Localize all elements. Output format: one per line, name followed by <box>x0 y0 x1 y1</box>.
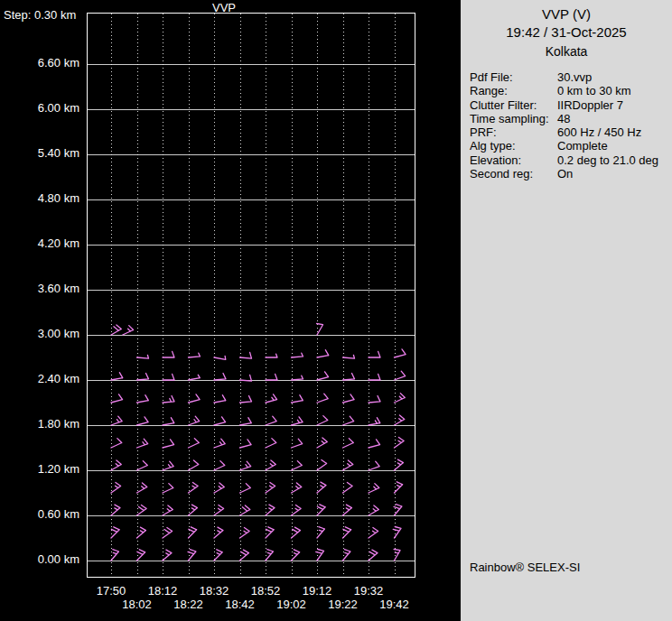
wind-barb <box>137 550 145 561</box>
time-tick-label: 19:32 <box>354 585 384 598</box>
wind-barb <box>240 461 251 470</box>
wind-barb <box>266 394 277 403</box>
field-value: IIRDoppler 7 <box>557 98 668 112</box>
wind-barb <box>137 527 146 538</box>
field-value: Complete <box>557 139 668 153</box>
product-title: VVP (V) <box>461 6 672 22</box>
product-fields: Pdf File:30.vvpRange:0 km to 30 kmClutte… <box>470 70 668 181</box>
wind-barb <box>317 324 323 336</box>
wind-barb <box>214 356 226 359</box>
wind-barb <box>369 505 378 515</box>
site-name: Kolkata <box>461 44 672 59</box>
wind-barb <box>369 461 379 470</box>
field-row: Clutter Filter:IIRDoppler 7 <box>470 98 668 112</box>
wind-barb <box>343 505 352 515</box>
field-row: Range:0 km to 30 km <box>470 84 668 97</box>
info-panel: VVP (V) 19:42 / 31-Oct-2025 Kolkata Pdf … <box>461 0 672 621</box>
wind-barb <box>163 440 174 448</box>
time-tick-label: 18:52 <box>251 585 281 598</box>
time-tick-label: 19:42 <box>379 598 409 611</box>
wind-barb <box>137 417 149 425</box>
wind-barb <box>292 395 303 403</box>
altitude-tick-label: 5.40 km <box>0 147 79 160</box>
field-label: PRF: <box>470 125 557 139</box>
wind-barb <box>395 349 406 357</box>
wind-barb <box>111 460 121 470</box>
wind-barb <box>292 550 300 561</box>
wind-barb <box>317 482 326 493</box>
wind-barb <box>189 439 200 448</box>
field-label: Elevation: <box>470 153 557 167</box>
wind-barb-chart <box>0 0 461 621</box>
plot-title: VVP <box>212 2 236 14</box>
wind-barb <box>214 550 222 561</box>
wind-barb <box>123 326 134 335</box>
field-row: Alg type:Complete <box>470 139 668 153</box>
field-value: 48 <box>557 112 668 125</box>
wind-barb <box>111 439 122 448</box>
altitude-tick-label: 6.00 km <box>0 102 79 115</box>
wind-barb <box>137 461 148 470</box>
wind-barb <box>163 484 173 493</box>
altitude-tick-label: 0.00 km <box>0 553 79 566</box>
wind-barb <box>189 460 199 470</box>
field-row: PRF:600 Hz / 450 Hz <box>470 125 668 139</box>
wind-barb <box>163 505 173 515</box>
wind-barb <box>317 394 328 403</box>
wind-barb <box>395 394 406 403</box>
wind-barb <box>266 354 277 357</box>
wind-barb <box>266 483 275 494</box>
vvp-product-window: VVP Step: 0.30 km 6.60 km6.00 km5.40 km4… <box>0 0 672 621</box>
wind-barb <box>343 460 353 470</box>
wind-barb <box>137 439 148 448</box>
step-label: Step: 0.30 km <box>4 9 76 22</box>
wind-barb <box>240 528 250 539</box>
wind-barb <box>292 461 303 470</box>
wind-barb <box>343 483 353 494</box>
altitude-tick-label: 1.20 km <box>0 463 79 476</box>
wind-barb <box>343 439 354 448</box>
field-row: Time sampling:48 <box>470 112 668 125</box>
wind-barb <box>343 374 355 381</box>
product-datetime: 19:42 / 31-Oct-2025 <box>461 24 672 40</box>
field-value: 30.vvp <box>557 70 668 84</box>
altitude-tick-label: 0.60 km <box>0 508 79 521</box>
wind-barb <box>214 527 223 538</box>
time-tick-label: 18:32 <box>200 585 229 598</box>
wind-barb <box>240 352 252 358</box>
wind-barb <box>111 505 120 515</box>
altitude-tick-label: 6.60 km <box>0 57 79 70</box>
wind-barb <box>343 527 351 538</box>
wind-barb <box>266 374 277 380</box>
wind-barb <box>214 417 226 425</box>
wind-barb <box>163 418 174 425</box>
wind-barb <box>317 372 329 380</box>
wind-barb <box>111 550 118 561</box>
wind-barb <box>240 505 250 515</box>
wind-barb <box>111 325 121 335</box>
wind-barb <box>266 439 276 448</box>
wind-barb <box>343 550 350 561</box>
wind-barb <box>393 527 401 539</box>
wind-barb <box>111 483 121 494</box>
wind-barb <box>240 418 252 425</box>
wind-barb <box>189 505 198 515</box>
wind-barb <box>369 374 380 380</box>
field-value: 0.2 deg to 21.0 deg <box>557 153 668 167</box>
wind-barb <box>137 483 147 493</box>
field-label: Pdf File: <box>470 70 557 84</box>
wind-barb <box>214 439 225 448</box>
wind-barb <box>317 460 327 471</box>
wind-barb <box>163 528 173 539</box>
field-label: Clutter Filter: <box>470 98 557 112</box>
altitude-tick-label: 1.80 km <box>0 418 79 431</box>
wind-barb <box>369 440 380 448</box>
wind-barb <box>266 527 274 538</box>
wind-barb <box>111 373 123 380</box>
wind-barb <box>317 350 329 357</box>
wind-barb <box>292 375 303 380</box>
wind-barb <box>394 505 402 515</box>
altitude-tick-label: 4.20 km <box>0 237 79 250</box>
wind-barb <box>292 505 302 516</box>
field-label: Alg type: <box>470 139 557 153</box>
